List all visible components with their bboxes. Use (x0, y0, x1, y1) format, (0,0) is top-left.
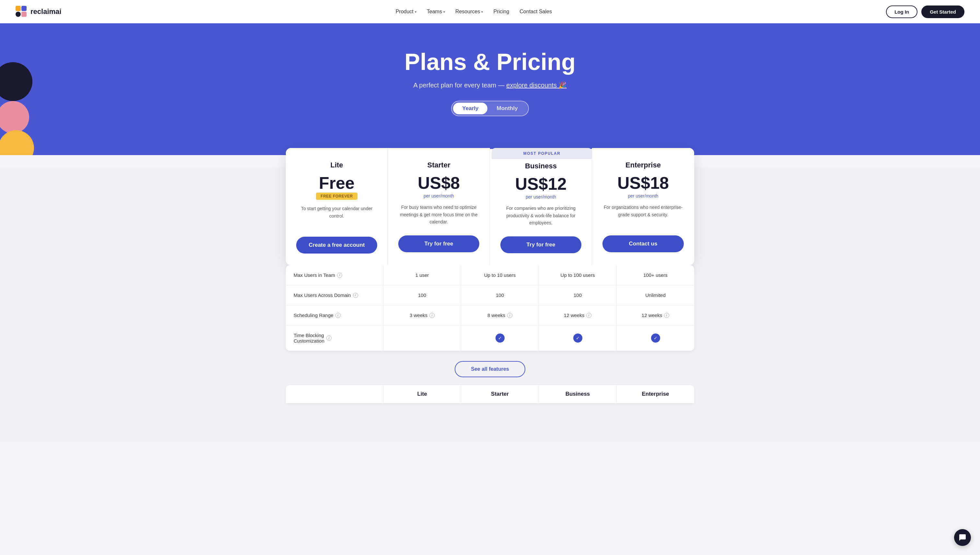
see-all-container: See all features (286, 361, 694, 377)
plan-name-lite: Lite (330, 161, 343, 169)
toggle-yearly[interactable]: Yearly (453, 103, 488, 114)
plan-name-enterprise: Enterprise (626, 161, 661, 169)
bottom-plan-lite: Lite (383, 385, 461, 403)
billing-toggle[interactable]: Yearly Monthly (16, 101, 964, 116)
toggle-pill: Yearly Monthly (451, 101, 529, 116)
plan-card-starter: Starter US$8 per user/month For busy tea… (388, 148, 490, 265)
deco-circle-pink (0, 101, 29, 133)
logo[interactable]: reclaimai (16, 6, 61, 18)
plan-desc-lite: To start getting your calendar under con… (296, 205, 377, 228)
feature-row-time-blocking: Time BlockingCustomization i ✓ ✓ ✓ (286, 326, 694, 351)
feature-val-enterprise-max-users-team: 100+ users (616, 265, 694, 285)
bottom-plan-business: Business (539, 385, 616, 403)
feature-label-scheduling-range: Scheduling Range i (286, 305, 383, 325)
svg-rect-3 (21, 12, 27, 17)
nav-item-product[interactable]: Product ▾ (396, 9, 417, 14)
feature-val-enterprise-time-blocking: ✓ (616, 326, 694, 351)
plan-price-starter: US$8 (418, 175, 460, 191)
feature-val-starter-scheduling: 8 weeks i (461, 305, 539, 325)
plans-cards-row: Lite Free FREE FOREVER To start getting … (286, 148, 694, 265)
explore-discounts-link[interactable]: explore discounts 🎉 (506, 82, 566, 89)
feature-val-starter-max-users-domain: 100 (461, 285, 539, 305)
plan-price-lite: Free (319, 175, 354, 191)
feature-val-business-max-users-team: Up to 100 users (539, 265, 616, 285)
nav-actions: Log In Get Started (886, 5, 964, 18)
deco-circle-yellow (0, 130, 34, 155)
logo-icon (16, 6, 27, 18)
plan-card-enterprise: Enterprise US$18 per user/month For orga… (592, 148, 694, 265)
plans-container: MOST POPULAR Lite Free FREE FOREVER To s… (286, 148, 694, 403)
plan-name-starter: Starter (428, 161, 451, 169)
plan-period-business: per user/month (526, 194, 556, 199)
see-all-features-button[interactable]: See all features (455, 361, 525, 377)
feature-row-scheduling-range: Scheduling Range i 3 weeks i 8 weeks i 1… (286, 305, 694, 326)
plan-price-business: US$12 (515, 175, 567, 192)
login-button[interactable]: Log In (886, 5, 917, 18)
feature-row-max-users-team: Max Users in Team i 1 user Up to 10 user… (286, 265, 694, 285)
logo-text: reclaimai (31, 8, 61, 16)
check-enterprise-time-blocking: ✓ (651, 334, 660, 343)
nav-item-pricing[interactable]: Pricing (493, 9, 509, 14)
plan-card-business: Business US$12 per user/month For compan… (490, 148, 592, 265)
hero-title: Plans & Pricing (16, 49, 964, 75)
plan-price-enterprise: US$18 (617, 175, 669, 191)
plan-desc-business: For companies who are prioritizing produ… (500, 205, 581, 227)
info-icon[interactable]: i (353, 293, 358, 298)
feature-label-max-users-team: Max Users in Team i (286, 265, 383, 285)
svg-rect-1 (21, 6, 27, 11)
feature-val-lite-time-blocking (383, 326, 461, 351)
svg-rect-0 (16, 6, 21, 11)
feature-label-max-users-domain: Max Users Across Domain i (286, 285, 383, 305)
feature-val-lite-max-users-team: 1 user (383, 265, 461, 285)
feature-val-business-time-blocking: ✓ (539, 326, 616, 351)
plan-name-business: Business (525, 162, 557, 170)
info-icon[interactable]: i (337, 273, 342, 278)
info-icon-scheduling-business[interactable]: i (586, 313, 591, 318)
nav-links: Product ▾ Teams ▾ Resources ▾ Pricing Co… (396, 9, 552, 14)
check-business-time-blocking: ✓ (573, 334, 583, 343)
plan-cta-business[interactable]: Try for free (500, 236, 581, 253)
plan-cta-enterprise[interactable]: Contact us (602, 236, 684, 252)
chevron-down-icon: ▾ (481, 10, 483, 14)
most-popular-badge: MOST POPULAR (492, 148, 592, 159)
nav-item-teams[interactable]: Teams ▾ (427, 9, 445, 14)
plan-cta-starter[interactable]: Try for free (398, 236, 479, 252)
nav-item-contact-sales[interactable]: Contact Sales (520, 9, 552, 14)
pricing-section: MOST POPULAR Lite Free FREE FOREVER To s… (0, 167, 980, 442)
navbar: reclaimai Product ▾ Teams ▾ Resources ▾ … (0, 0, 980, 23)
chevron-down-icon: ▾ (415, 10, 417, 14)
plan-card-lite: Lite Free FREE FOREVER To start getting … (286, 148, 388, 265)
hero-section: Plans & Pricing A perfect plan for every… (0, 23, 980, 155)
info-icon-scheduling-enterprise[interactable]: i (664, 313, 669, 318)
time-blocking-text: Time BlockingCustomization (294, 332, 324, 343)
feature-val-lite-scheduling: 3 weeks i (383, 305, 461, 325)
hero-subtitle: A perfect plan for every team — explore … (16, 81, 964, 89)
features-table: Max Users in Team i 1 user Up to 10 user… (286, 265, 694, 351)
chevron-down-icon: ▾ (443, 10, 445, 14)
feature-val-starter-time-blocking: ✓ (461, 326, 539, 351)
feature-val-enterprise-max-users-domain: Unlimited (616, 285, 694, 305)
feature-val-business-scheduling: 12 weeks i (539, 305, 616, 325)
plan-cta-lite[interactable]: Create a free account (296, 237, 377, 253)
plan-desc-starter: For busy teams who need to optimize meet… (398, 204, 479, 226)
info-icon-time-blocking[interactable]: i (326, 335, 331, 341)
bottom-plan-starter: Starter (461, 385, 539, 403)
bottom-plan-names-row: Lite Starter Business Enterprise (286, 385, 694, 403)
feature-val-business-max-users-domain: 100 (539, 285, 616, 305)
bottom-plan-enterprise: Enterprise (616, 385, 694, 403)
free-badge-lite: FREE FOREVER (316, 192, 357, 200)
feature-val-lite-max-users-domain: 100 (383, 285, 461, 305)
plan-desc-enterprise: For organizations who need enterprise-gr… (602, 204, 684, 226)
svg-rect-2 (16, 12, 21, 17)
info-icon-scheduling-lite[interactable]: i (430, 313, 434, 318)
plan-period-enterprise: per user/month (628, 193, 658, 199)
info-icon-scheduling-starter[interactable]: i (507, 313, 512, 318)
feature-val-starter-max-users-team: Up to 10 users (461, 265, 539, 285)
toggle-monthly[interactable]: Monthly (488, 103, 526, 114)
info-icon[interactable]: i (335, 313, 341, 318)
get-started-button[interactable]: Get Started (921, 5, 964, 18)
feature-row-max-users-domain: Max Users Across Domain i 100 100 100 Un… (286, 285, 694, 305)
nav-item-resources[interactable]: Resources ▾ (455, 9, 483, 14)
bottom-empty-cell (286, 385, 383, 403)
check-starter-time-blocking: ✓ (496, 334, 505, 343)
